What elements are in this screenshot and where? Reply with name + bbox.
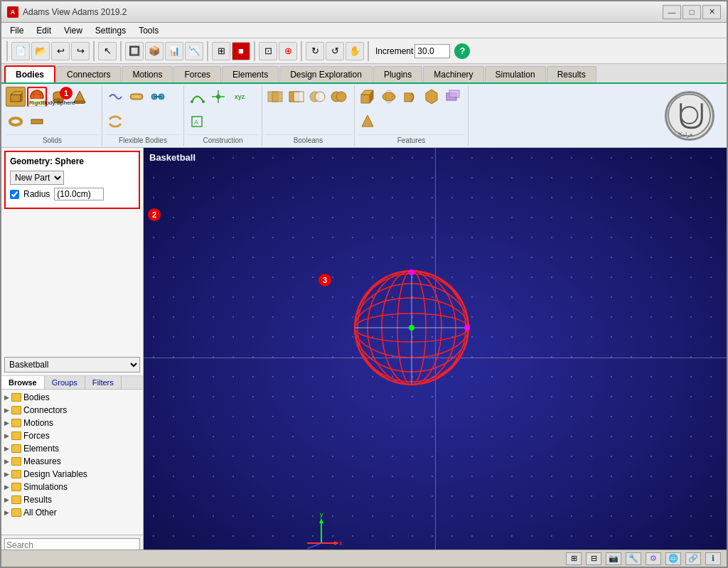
rib-box-button[interactable] bbox=[6, 87, 26, 107]
rib-flex-button[interactable] bbox=[148, 87, 168, 107]
menu-tools[interactable]: Tools bbox=[133, 24, 164, 37]
tree-item-forces[interactable]: ▶ Forces bbox=[1, 429, 143, 442]
rib-point-button[interactable] bbox=[208, 87, 228, 107]
database-select[interactable]: Basketball Ground Model_1 bbox=[4, 357, 140, 373]
rib-feat2-button[interactable] bbox=[379, 87, 399, 107]
tab-forces[interactable]: Forces bbox=[173, 66, 221, 82]
rib-bool1-button[interactable] bbox=[265, 87, 285, 107]
tree-label-simulations: Simulations bbox=[23, 482, 68, 492]
tb-redo-button[interactable]: ↪ bbox=[71, 42, 90, 60]
tab-simulation[interactable]: Simulation bbox=[485, 66, 546, 82]
tb-open-button[interactable]: 📂 bbox=[31, 42, 50, 60]
browser-tab-filters[interactable]: Filters bbox=[85, 376, 122, 389]
browser-tab-browse[interactable]: Browse bbox=[1, 376, 45, 389]
close-button[interactable]: ✕ bbox=[702, 5, 721, 19]
tb-select-button[interactable]: ↖ bbox=[98, 42, 117, 60]
tb-rotate2-button[interactable]: ↺ bbox=[326, 42, 344, 60]
sb-btn-3[interactable]: 📷 bbox=[606, 552, 621, 565]
tree-item-connectors[interactable]: ▶ Connectors bbox=[1, 404, 143, 417]
part-select[interactable]: New Part Ground bbox=[10, 171, 64, 185]
tree-item-simulations[interactable]: ▶ Simulations bbox=[1, 481, 143, 493]
tab-design-exploration[interactable]: Design Exploration bbox=[279, 66, 373, 82]
tab-motions[interactable]: Motions bbox=[122, 66, 173, 82]
tab-connectors[interactable]: Connectors bbox=[56, 66, 121, 82]
tree-item-results[interactable]: ▶ Results bbox=[1, 493, 143, 506]
minimize-button[interactable]: — bbox=[663, 5, 681, 19]
rib-sphere-button[interactable]: RigidBody:Sphere bbox=[27, 87, 47, 107]
tb-pan-button[interactable]: ✋ bbox=[346, 42, 364, 60]
radius-label: Radius bbox=[23, 189, 50, 199]
menu-view[interactable]: View bbox=[58, 24, 88, 37]
maximize-button[interactable]: □ bbox=[682, 5, 701, 19]
rib-link-button[interactable] bbox=[127, 87, 146, 107]
tree-item-all-other[interactable]: ▶ All Other bbox=[1, 506, 143, 519]
browser-tab-groups[interactable]: Groups bbox=[45, 376, 85, 389]
rib-arc-button[interactable] bbox=[187, 87, 207, 107]
sb-btn-2[interactable]: ⊟ bbox=[586, 552, 601, 565]
svg-rect-30 bbox=[294, 92, 304, 102]
tab-plugins[interactable]: Plugins bbox=[373, 66, 422, 82]
svg-point-45 bbox=[668, 94, 710, 136]
sb-btn-7[interactable]: 🔗 bbox=[685, 552, 701, 565]
tab-results[interactable]: Results bbox=[547, 66, 596, 82]
svg-rect-14 bbox=[31, 119, 43, 124]
rib-bool4-button[interactable] bbox=[329, 87, 349, 107]
help-button[interactable]: ? bbox=[454, 43, 470, 59]
radius-checkbox[interactable] bbox=[10, 190, 19, 199]
rib-plate-button[interactable] bbox=[27, 112, 47, 132]
tb-view2-button[interactable]: 📦 bbox=[145, 42, 164, 60]
tb-fit-button[interactable]: ⊡ bbox=[259, 42, 277, 60]
viewport[interactable]: Basketball 3 bbox=[144, 148, 727, 567]
svg-marker-66 bbox=[334, 541, 339, 545]
tab-elements[interactable]: Elements bbox=[222, 66, 279, 82]
rib-xyz-button[interactable]: xyz bbox=[230, 87, 250, 107]
rib-feat5-button[interactable] bbox=[443, 87, 463, 107]
tab-machinery[interactable]: Machinery bbox=[423, 66, 483, 82]
tb-view4-button[interactable]: 📉 bbox=[185, 42, 203, 60]
increment-input[interactable] bbox=[414, 44, 450, 58]
tb-rotate1-button[interactable]: ↻ bbox=[306, 42, 324, 60]
svg-rect-35 bbox=[361, 95, 370, 103]
svg-marker-41 bbox=[426, 90, 437, 104]
tb-target-button[interactable]: ⊕ bbox=[279, 42, 297, 60]
tree-label-results: Results bbox=[23, 495, 52, 505]
settings-panel: Geometry: Sphere New Part Ground Radius bbox=[4, 151, 140, 209]
tb-view3-button[interactable]: 📊 bbox=[165, 42, 183, 60]
rib-feat1-button[interactable] bbox=[358, 87, 378, 107]
menu-file[interactable]: File bbox=[4, 24, 29, 37]
rib-feat6-button[interactable] bbox=[358, 112, 378, 132]
svg-rect-16 bbox=[132, 95, 141, 98]
sb-btn-5[interactable]: ⚙ bbox=[646, 552, 661, 565]
sb-btn-6[interactable]: 🌐 bbox=[665, 552, 681, 565]
tb-new-button[interactable]: 📄 bbox=[11, 42, 30, 60]
sb-btn-1[interactable]: ⊞ bbox=[566, 552, 582, 565]
rib-feat4-button[interactable] bbox=[422, 87, 441, 107]
titlebar-left: A Adams View Adams 2019.2 bbox=[7, 6, 127, 18]
rib-torus-button[interactable] bbox=[6, 112, 26, 132]
radius-input[interactable] bbox=[54, 188, 104, 200]
rib-bool2-button[interactable] bbox=[287, 87, 306, 107]
sb-btn-4[interactable]: 🔧 bbox=[626, 552, 641, 565]
tb-group-button[interactable]: ⊞ bbox=[212, 42, 230, 60]
tree-item-measures[interactable]: ▶ Measures bbox=[1, 455, 143, 468]
tree-item-elements[interactable]: ▶ Elements bbox=[1, 442, 143, 455]
tree-item-motions[interactable]: ▶ Motions bbox=[1, 417, 143, 429]
tree-folder-results bbox=[11, 495, 21, 504]
tb-undo-button[interactable]: ↩ bbox=[51, 42, 70, 60]
tb-view1-button[interactable]: 🔲 bbox=[125, 42, 144, 60]
rib-pipe-button[interactable] bbox=[105, 112, 125, 132]
tree: ▶ Bodies ▶ Connectors ▶ Motions ▶ bbox=[1, 390, 143, 535]
svg-point-24 bbox=[216, 95, 220, 99]
menu-edit[interactable]: Edit bbox=[31, 24, 57, 37]
tb-color-button[interactable]: ■ bbox=[232, 42, 250, 60]
rib-bool3-button[interactable] bbox=[308, 87, 328, 107]
rib-frame-button[interactable]: A bbox=[187, 112, 207, 132]
ribbon-group-construction-label: Construction bbox=[187, 134, 259, 144]
menu-settings[interactable]: Settings bbox=[90, 24, 132, 37]
tree-item-bodies[interactable]: ▶ Bodies bbox=[1, 391, 143, 404]
tree-item-design-variables[interactable]: ▶ Design Variables bbox=[1, 468, 143, 481]
sb-btn-8[interactable]: ℹ bbox=[705, 552, 721, 565]
tab-bodies[interactable]: Bodies bbox=[4, 65, 55, 82]
rib-beam-button[interactable] bbox=[105, 87, 125, 107]
rib-feat3-button[interactable] bbox=[400, 87, 420, 107]
